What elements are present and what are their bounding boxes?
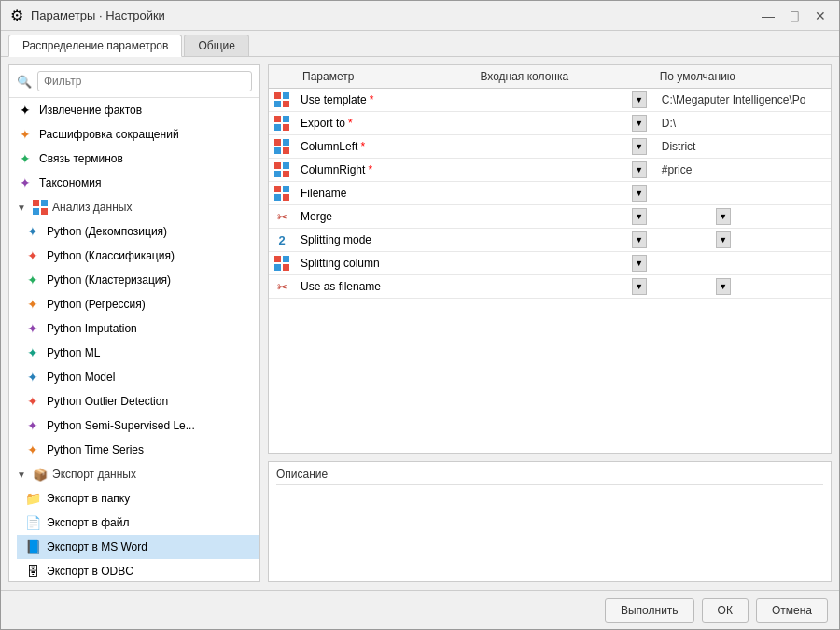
sidebar-item-folder[interactable]: 📁 Экспорт в папку [17, 486, 259, 511]
col-default-header: По умолчанию [652, 65, 831, 89]
input-dropdown-arrow[interactable]: ▼ [632, 278, 647, 295]
msword-icon: 📘 [24, 539, 41, 555]
input-dropdown: ▼ [478, 161, 646, 178]
row-icon-squares [274, 116, 289, 131]
regress-icon: ✦ [24, 296, 41, 313]
default-value-container: ▼ [658, 208, 825, 225]
search-icon: 🔍 [17, 75, 32, 89]
tab-distribution[interactable]: Распределение параметров [8, 35, 182, 57]
sidebar-item-odbc[interactable]: 🗄 Экспорт в ODBC [17, 559, 259, 581]
default-value-container: ▼ [658, 231, 825, 248]
default-dropdown-arrow[interactable]: ▼ [716, 208, 731, 225]
sidebar-item-msword[interactable]: 📘 Экспорт в MS Word [17, 535, 259, 559]
tabs-bar: Распределение параметров Общие [1, 31, 839, 57]
row-input-cell: ▼ [472, 89, 651, 112]
row-param-cell: Merge [295, 205, 472, 229]
close-button[interactable]: ✕ [809, 6, 832, 26]
input-dropdown-arrow[interactable]: ▼ [632, 185, 647, 202]
sidebar-item-ml[interactable]: ✦ Python ML [17, 341, 259, 365]
sidebar-item-label: Извлечение фактов [39, 104, 142, 117]
cancel-button[interactable]: Отмена [756, 598, 828, 623]
tab-general[interactable]: Общие [184, 35, 248, 56]
row-icon-cell [269, 112, 295, 135]
row-icon-cell [269, 252, 295, 275]
default-value-text: #price [658, 162, 714, 177]
param-name: Export to [301, 117, 345, 130]
input-dropdown: ▼ [478, 115, 646, 132]
row-input-cell: ▼ [472, 252, 651, 275]
params-table: Параметр Входная колонка По умолчанию Us… [269, 65, 831, 299]
input-dropdown-arrow[interactable]: ▼ [632, 208, 647, 225]
row-default-cell: District [652, 135, 831, 159]
default-value-text [658, 286, 714, 287]
sidebar-item-taxo[interactable]: ✦ Таксономия [9, 171, 259, 195]
default-value-text: D:\ [658, 116, 714, 131]
execute-button[interactable]: Выполнить [605, 598, 694, 623]
input-dropdown: ▼ [478, 185, 646, 202]
default-dropdown-arrow[interactable]: ▼ [716, 278, 731, 295]
sidebar-item-terms[interactable]: ✦ Связь терминов [9, 147, 259, 171]
sidebar-item-extract[interactable]: ✦ Извлечение фактов [9, 98, 259, 122]
input-dropdown-arrow[interactable]: ▼ [632, 138, 647, 155]
param-name: Splitting column [301, 257, 380, 270]
sidebar-item-decomp[interactable]: ✦ Python (Декомпозиция) [17, 219, 259, 244]
param-name: ColumnLeft [301, 140, 357, 153]
app-icon: ⚙ [8, 7, 25, 24]
group-header-export[interactable]: ▼ 📦 Экспорт данных [9, 462, 259, 486]
sidebar-item-label: Python ML [47, 346, 100, 359]
search-input[interactable] [37, 71, 252, 91]
default-value-text: C:\Megaputer Intelligence\Po [658, 92, 810, 107]
row-icon-squares [274, 186, 289, 201]
input-dropdown-arrow[interactable]: ▼ [632, 161, 647, 178]
right-panel: Параметр Входная колонка По умолчанию Us… [268, 64, 832, 582]
default-dropdown-arrow[interactable]: ▼ [716, 231, 731, 248]
title-bar: ⚙ Параметры · Настройки — ⎕ ✕ [1, 1, 839, 31]
restore-button[interactable]: ⎕ [783, 6, 805, 26]
row-icon-cell [269, 182, 295, 205]
chevron-down-icon-export: ▼ [17, 469, 28, 480]
required-star: * [348, 117, 353, 130]
row-param-cell: Filename [295, 182, 472, 205]
decomp-icon: ✦ [24, 223, 41, 240]
table-row: ✂Use as filename▼▼ [269, 275, 831, 299]
input-dropdown-arrow[interactable]: ▼ [632, 255, 647, 272]
row-default-cell: ▼ [652, 275, 831, 299]
default-value-container: C:\Megaputer Intelligence\Po [658, 92, 825, 107]
group-header-data-analysis[interactable]: ▼ Анализ данных [9, 195, 259, 219]
input-dropdown-arrow[interactable]: ▼ [632, 91, 647, 108]
row-icon-cell [269, 159, 295, 182]
input-dropdown-arrow[interactable]: ▼ [632, 115, 647, 132]
row-input-cell: ▼ [472, 275, 651, 299]
param-name: Use as filename [301, 280, 381, 293]
minimize-button[interactable]: — [757, 6, 779, 26]
row-input-cell: ▼ [472, 135, 651, 159]
sidebar-item-classif[interactable]: ✦ Python (Классификация) [17, 244, 259, 268]
table-row: 2Splitting mode▼▼ [269, 229, 831, 252]
folder-icon: 📁 [24, 490, 41, 507]
sidebar-item-label: Python (Декомпозиция) [47, 225, 167, 238]
sidebar-item-regress[interactable]: ✦ Python (Регрессия) [17, 292, 259, 316]
ok-button[interactable]: ОК [702, 598, 749, 623]
extract-icon: ✦ [17, 102, 34, 119]
sidebar-item-cluster[interactable]: ✦ Python (Кластеризация) [17, 268, 259, 292]
sidebar-item-imputation[interactable]: ✦ Python Imputation [17, 316, 259, 341]
sidebar-item-label: Python Model [47, 371, 115, 384]
row-param-cell: Use as filename [295, 275, 472, 299]
row-default-cell: C:\Megaputer Intelligence\Po [652, 89, 831, 112]
description-label: Описание [276, 468, 823, 485]
row-default-cell: #price [652, 159, 831, 182]
sidebar-item-model[interactable]: ✦ Python Model [17, 365, 259, 389]
row-default-cell: D:\ [652, 112, 831, 135]
input-dropdown: ▼ [478, 278, 646, 295]
input-dropdown-arrow[interactable]: ▼ [632, 231, 647, 248]
table-row: Export to*▼D:\ [269, 112, 831, 135]
sidebar-item-outlier[interactable]: ✦ Python Outlier Detection [17, 389, 259, 413]
default-value-text [658, 192, 714, 194]
row-icon-squares [274, 139, 289, 154]
default-value-container: ▼ [658, 278, 825, 295]
sidebar-item-timeseries[interactable]: ✦ Python Time Series [17, 438, 259, 462]
sidebar-item-file[interactable]: 📄 Экспорт в файл [17, 511, 259, 535]
window-title: Параметры · Настройки [31, 8, 751, 22]
sidebar-item-semi[interactable]: ✦ Python Semi-Supervised Le... [17, 413, 259, 438]
sidebar-item-abbrev[interactable]: ✦ Расшифровка сокращений [9, 122, 259, 147]
